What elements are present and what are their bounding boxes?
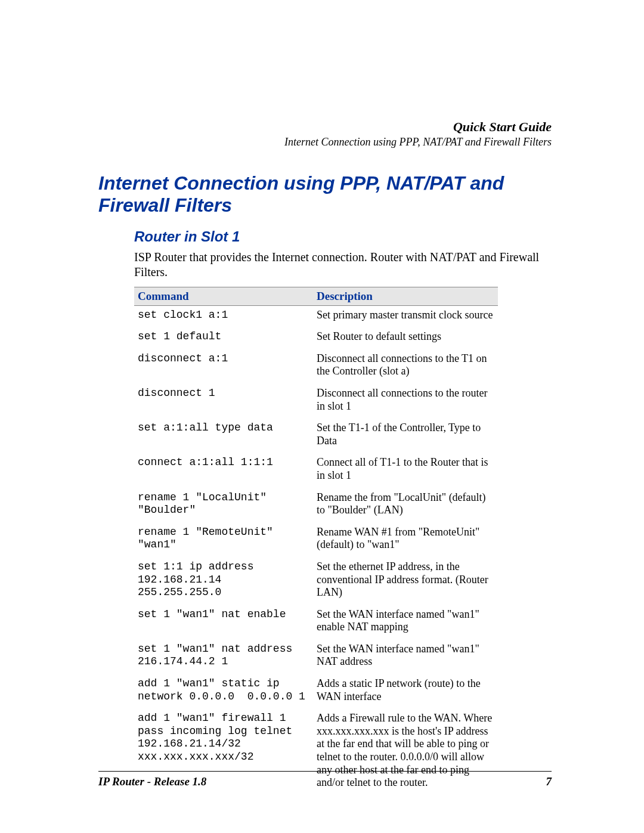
command-table: Command Description set clock1 a:1 Set p… <box>134 287 498 795</box>
command-cell: set 1 "wan1" nat address 216.174.44.2 1 <box>134 640 313 674</box>
table-row: rename 1 "RemoteUnit" "wan1" Rename WAN … <box>134 523 498 558</box>
description-cell: Rename the from "LocalUnit" (default) to… <box>313 488 498 523</box>
description-cell: Disconnect all connections to the router… <box>313 384 498 419</box>
command-cell: add 1 "wan1" static ip network 0.0.0.0 0… <box>134 674 313 709</box>
table-row: set a:1:all type data Set the T1-1 of th… <box>134 419 498 453</box>
table-row: add 1 "wan1" static ip network 0.0.0.0 0… <box>134 674 498 709</box>
table-row: disconnect a:1 Disconnect all connection… <box>134 349 498 384</box>
table-row: disconnect 1 Disconnect all connections … <box>134 384 498 419</box>
table-row: connect a:1:all 1:1:1 Connect all of T1-… <box>134 453 498 488</box>
header-title: Quick Start Guide <box>98 119 552 135</box>
command-cell: disconnect a:1 <box>134 349 313 384</box>
command-cell: set clock1 a:1 <box>134 305 313 327</box>
section-heading: Internet Connection using PPP, NAT/PAT a… <box>98 172 552 216</box>
table-row: set 1 "wan1" nat address 216.174.44.2 1 … <box>134 640 498 674</box>
table-header-description: Description <box>313 287 498 305</box>
description-cell: Set the T1-1 of the Controller, Type to … <box>313 419 498 453</box>
command-cell: rename 1 "RemoteUnit" "wan1" <box>134 523 313 558</box>
table-header-command: Command <box>134 287 313 305</box>
command-cell: connect a:1:all 1:1:1 <box>134 453 313 488</box>
table-row: set clock1 a:1 Set primary master transm… <box>134 305 498 327</box>
description-cell: Disconnect all connections to the T1 on … <box>313 349 498 384</box>
page-footer: IP Router - Release 1.8 7 <box>98 771 552 788</box>
command-cell: set 1 "wan1" nat enable <box>134 605 313 640</box>
description-cell: Rename WAN #1 from "RemoteUnit" (default… <box>313 523 498 558</box>
command-cell: disconnect 1 <box>134 384 313 419</box>
intro-paragraph: ISP Router that provides the Internet co… <box>98 250 552 280</box>
description-cell: Set the WAN interface named "wan1" NAT a… <box>313 640 498 674</box>
running-header: Quick Start Guide Internet Connection us… <box>98 119 552 148</box>
header-subtitle: Internet Connection using PPP, NAT/PAT a… <box>98 136 552 148</box>
page: Quick Start Guide Internet Connection us… <box>0 0 644 833</box>
description-cell: Set the WAN interface named "wan1" enabl… <box>313 605 498 640</box>
table-row: set 1:1 ip address 192.168.21.14 255.255… <box>134 558 498 605</box>
description-cell: Set primary master transmit clock source <box>313 305 498 327</box>
table-row: set 1 "wan1" nat enable Set the WAN inte… <box>134 605 498 640</box>
description-cell: Set Router to default settings <box>313 327 498 349</box>
table-row: set 1 default Set Router to default sett… <box>134 327 498 349</box>
footer-left: IP Router - Release 1.8 <box>98 775 206 788</box>
table-row: rename 1 "LocalUnit" "Boulder" Rename th… <box>134 488 498 523</box>
description-cell: Adds a static IP network (route) to the … <box>313 674 498 709</box>
command-cell: set a:1:all type data <box>134 419 313 453</box>
subsection-heading: Router in Slot 1 <box>98 228 552 245</box>
footer-page-number: 7 <box>546 775 552 788</box>
description-cell: Connect all of T1-1 to the Router that i… <box>313 453 498 488</box>
command-cell: set 1:1 ip address 192.168.21.14 255.255… <box>134 558 313 605</box>
command-cell: rename 1 "LocalUnit" "Boulder" <box>134 488 313 523</box>
description-cell: Set the ethernet IP address, in the conv… <box>313 558 498 605</box>
command-cell: set 1 default <box>134 327 313 349</box>
